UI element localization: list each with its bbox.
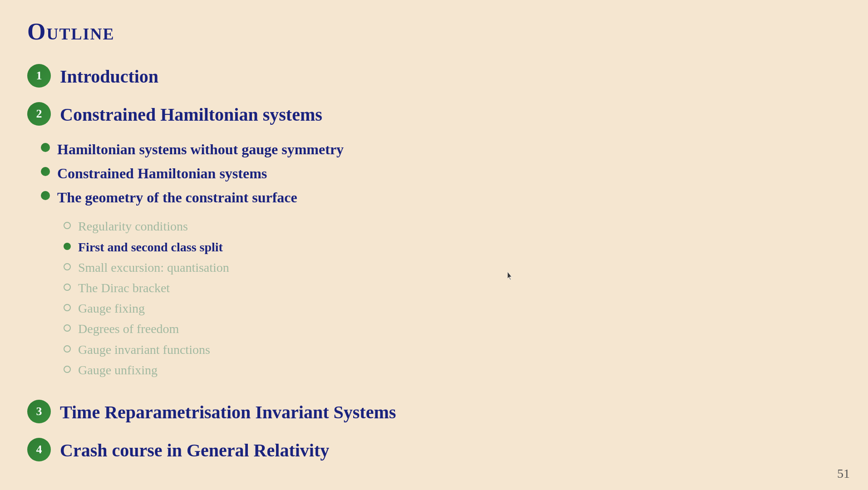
subsection-list-2: Hamiltonian systems without gauge symmet… [27, 139, 344, 385]
sub-subsection-text-gauge-unfix: Gauge unfixing [78, 361, 158, 379]
subsection-text-2-1: Hamiltonian systems without gauge symmet… [57, 139, 344, 160]
subsection-item-2-3: The geometry of the constraint surface R… [41, 187, 344, 382]
subsection-item-2-2: Constrained Hamiltonian systems [41, 163, 344, 184]
sub-bullet-inactive-quant [64, 263, 71, 270]
bullet-active-2-3 [41, 191, 50, 200]
section-item-4: 4 Crash course in General Relativity [27, 437, 841, 461]
sub-bullet-inactive-dirac [64, 284, 71, 291]
section-title-2: Constrained Hamiltonian systems [60, 101, 322, 125]
bullet-active-2-2 [41, 167, 50, 176]
outline-list: 1 Introduction 2 Constrained Hamiltonian… [27, 63, 841, 461]
section-title-4: Crash course in General Relativity [60, 437, 329, 461]
bullet-active-2-1 [41, 143, 50, 152]
sub-subsection-item-reg: Regularity conditions [64, 217, 229, 235]
section-title-3: Time Reparametrisation Invariant Systems [60, 399, 396, 423]
sub-subsection-text-quant: Small excursion: quantisation [78, 259, 229, 276]
section-item-2: 2 Constrained Hamiltonian systems Hamilt… [27, 101, 841, 385]
sub-subsection-text-dof: Degrees of freedom [78, 320, 179, 338]
sub-subsection-item-dirac: The Dirac bracket [64, 279, 229, 297]
section-badge-2: 2 [27, 102, 51, 126]
page-number: 51 [837, 466, 850, 481]
section-item-3: 3 Time Reparametrisation Invariant Syste… [27, 399, 841, 423]
slide-title: Outline [27, 18, 841, 45]
section-item-1: 1 Introduction [27, 63, 841, 88]
sub-subsection-text-reg: Regularity conditions [78, 217, 188, 235]
section-badge-4: 4 [27, 438, 51, 461]
sub-subsection-item-gauge-fixing: Gauge fixing [64, 299, 229, 317]
sub-subsection-text-dirac: The Dirac bracket [78, 279, 170, 297]
sub-subsection-item-gauge-inv: Gauge invariant functions [64, 341, 229, 358]
section-badge-1: 1 [27, 64, 51, 88]
sub-subsection-text-gauge-inv: Gauge invariant functions [78, 341, 210, 358]
sub-bullet-inactive-gauge-fixing [64, 304, 71, 311]
subsection-text-2-3: The geometry of the constraint surface [57, 187, 297, 208]
sub-bullet-inactive-reg [64, 222, 71, 229]
section-title-1: Introduction [60, 63, 158, 87]
subsection-item-2-1: Hamiltonian systems without gauge symmet… [41, 139, 344, 160]
sub-subsection-item-split: First and second class split [64, 238, 229, 256]
subsection-text-2-2: Constrained Hamiltonian systems [57, 163, 267, 184]
sub-bullet-inactive-gauge-inv [64, 345, 71, 353]
sub-subsection-text-gauge-fixing: Gauge fixing [78, 299, 145, 317]
sub-subsection-item-dof: Degrees of freedom [64, 320, 229, 338]
slide-container: Outline 1 Introduction 2 Constrained Ham… [0, 0, 868, 490]
sub-bullet-inactive-gauge-unfix [64, 366, 71, 373]
sub-subsection-item-gauge-unfix: Gauge unfixing [64, 361, 229, 379]
sub-subsection-list-2-3: Regularity conditions First and second c… [41, 217, 229, 382]
sub-bullet-inactive-dof [64, 324, 71, 332]
sub-subsection-text-split: First and second class split [78, 238, 223, 256]
sub-subsection-item-quant: Small excursion: quantisation [64, 259, 229, 276]
sub-bullet-active-split [64, 243, 71, 250]
section-badge-3: 3 [27, 400, 51, 423]
